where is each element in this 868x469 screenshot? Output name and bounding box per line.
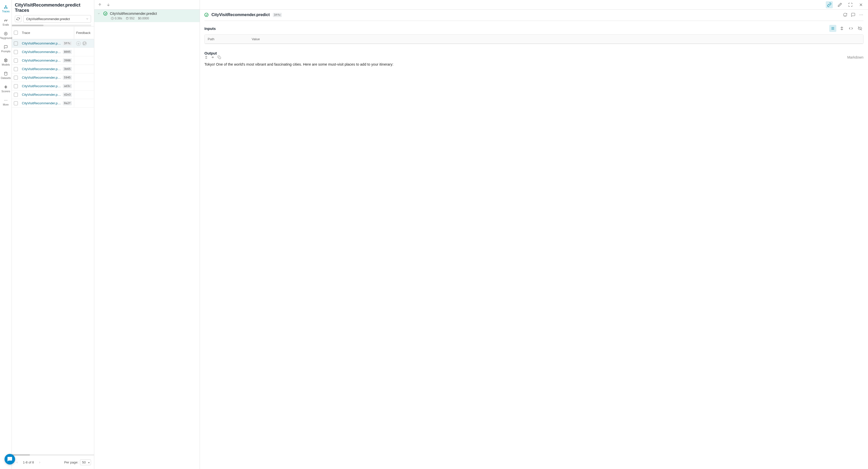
trace-row[interactable]: CityVisitRecommender.pre… d2e3 <box>12 91 94 99</box>
expand-view-button[interactable] <box>838 25 845 32</box>
node-tokens: 552 <box>126 17 134 20</box>
rail-models[interactable]: Models <box>2 58 10 66</box>
output-intro: Tokyo! One of the world's most vibrant a… <box>205 62 864 67</box>
tree-body: CityVisitRecommender.predict 0.38s 552 $… <box>94 9 200 469</box>
traces-rows: CityVisitRecommender.pre… 3ffc ☺💬 CityVi… <box>12 39 94 456</box>
svg-point-9 <box>126 17 128 18</box>
rail-label: More <box>3 103 9 106</box>
detail-title: CityVisitRecommender.predict <box>212 12 270 17</box>
prev-page-button[interactable] <box>15 460 19 465</box>
trace-hash: 8005 <box>63 50 72 54</box>
row-checkbox[interactable] <box>14 84 18 88</box>
trace-row[interactable]: CityVisitRecommender.pre… 8005 <box>12 48 94 56</box>
link-view-button[interactable] <box>826 1 833 8</box>
trace-row[interactable]: CityVisitRecommender.pre… 3ffc ☺💬 <box>12 39 94 48</box>
select-all-checkbox[interactable] <box>14 31 18 35</box>
more-button[interactable] <box>859 12 864 17</box>
trace-name: CityVisitRecommender.pre… <box>22 67 61 71</box>
rail-more[interactable]: More <box>3 98 9 106</box>
svg-point-4 <box>5 100 6 100</box>
trace-hash: 3988 <box>63 58 72 63</box>
row-checkbox[interactable] <box>14 41 18 45</box>
svg-point-5 <box>7 100 7 100</box>
prev-trace-button[interactable] <box>98 3 102 7</box>
filter-value: CityVisitRecommender.predict <box>26 17 70 21</box>
rail-label: Models <box>2 63 10 66</box>
trace-row[interactable]: CityVisitRecommender.pre… 5945 <box>12 73 94 82</box>
row-checkbox[interactable] <box>14 93 18 97</box>
hscroll-bottom[interactable] <box>12 454 94 456</box>
chevron-down-icon[interactable] <box>97 12 101 15</box>
rail-playground[interactable]: Playground <box>0 31 12 39</box>
rail-datasets[interactable]: Datasets <box>1 71 10 80</box>
trace-name: CityVisitRecommender.pre… <box>22 50 61 54</box>
fullscreen-button[interactable] <box>847 1 854 8</box>
svg-point-0 <box>4 32 7 35</box>
row-checkbox[interactable] <box>14 67 18 71</box>
evals-icon <box>3 18 8 23</box>
pager-range: 1-8 of 8 <box>23 461 34 464</box>
row-checkbox[interactable] <box>14 101 18 105</box>
list-view-button[interactable] <box>829 25 836 32</box>
add-emoji-icon[interactable]: ☺ <box>76 41 81 46</box>
svg-point-14 <box>861 14 862 15</box>
page-title: CityVisitRecommender.predict Traces <box>15 2 91 13</box>
refresh-button[interactable] <box>15 15 21 22</box>
row-checkbox[interactable] <box>14 59 18 63</box>
output-title: Output <box>205 51 864 55</box>
trace-row[interactable]: CityVisitRecommender.pre… 3988 <box>12 56 94 65</box>
rail-prompts[interactable]: Prompts <box>1 44 10 53</box>
rail-evals[interactable]: Evals <box>3 18 9 26</box>
traces-icon <box>3 4 8 9</box>
chevron-down-icon <box>86 17 89 20</box>
traces-panel: CityVisitRecommender.predict Traces City… <box>12 0 94 469</box>
trace-hash: 3ffc <box>63 41 72 45</box>
filter-select[interactable]: CityVisitRecommender.predict <box>23 15 91 23</box>
svg-point-12 <box>843 13 847 17</box>
comment-button[interactable] <box>851 12 856 17</box>
detail-hash: 3ffc <box>273 13 282 17</box>
next-page-button[interactable] <box>37 460 42 465</box>
svg-rect-19 <box>219 57 221 59</box>
status-success-icon <box>205 13 209 17</box>
rail-label: Evals <box>3 23 9 26</box>
rail-scorers[interactable]: Scorers <box>1 85 10 93</box>
col-feedback[interactable]: Feedback <box>74 26 94 39</box>
copy-output-button[interactable] <box>217 56 221 59</box>
row-checkbox[interactable] <box>14 50 18 54</box>
svg-point-15 <box>862 14 863 15</box>
trace-row[interactable]: CityVisitRecommender.pre… 0a2f <box>12 99 94 107</box>
nav-rail: Traces Evals Playground Prompts Models D… <box>0 0 12 469</box>
trace-hash: 0a2f <box>63 101 72 105</box>
hscroll-top[interactable] <box>12 25 91 26</box>
edit-button[interactable] <box>836 1 843 8</box>
expand-output-button[interactable] <box>205 56 208 59</box>
per-page-select[interactable]: 50 ▾ <box>80 460 91 465</box>
node-name: CityVisitRecommender.predict <box>110 11 157 15</box>
trace-hash: 3b65 <box>63 67 72 71</box>
code-view-button[interactable] <box>847 25 855 32</box>
close-button[interactable] <box>858 1 865 8</box>
output-format[interactable]: Markdown <box>847 55 864 59</box>
col-trace[interactable]: Trace <box>20 31 74 35</box>
hide-button[interactable] <box>857 25 864 32</box>
more-icon <box>3 98 8 103</box>
tree-node[interactable]: CityVisitRecommender.predict 0.38s 552 $… <box>94 9 200 22</box>
chat-bubble[interactable] <box>4 454 15 465</box>
tree-controls <box>94 0 200 9</box>
inputs-title: Inputs <box>205 26 216 31</box>
rail-label: Prompts <box>1 50 10 53</box>
rail-label: Traces <box>2 10 9 13</box>
trace-name: CityVisitRecommender.pre… <box>22 76 61 80</box>
row-checkbox[interactable] <box>14 76 18 80</box>
next-trace-button[interactable] <box>106 3 111 7</box>
add-comment-icon[interactable]: 💬 <box>82 41 87 46</box>
add-reaction-button[interactable] <box>843 12 847 17</box>
detail-panel: CityVisitRecommender.predict 3ffc Inputs <box>200 0 868 469</box>
trace-row[interactable]: CityVisitRecommender.pre… ad3c <box>12 82 94 91</box>
per-page-label: Per page: <box>64 461 78 464</box>
svg-point-2 <box>4 72 7 73</box>
trace-row[interactable]: CityVisitRecommender.pre… 3b65 <box>12 65 94 73</box>
rail-traces[interactable]: Traces <box>2 4 9 13</box>
collapse-output-button[interactable] <box>211 56 215 59</box>
